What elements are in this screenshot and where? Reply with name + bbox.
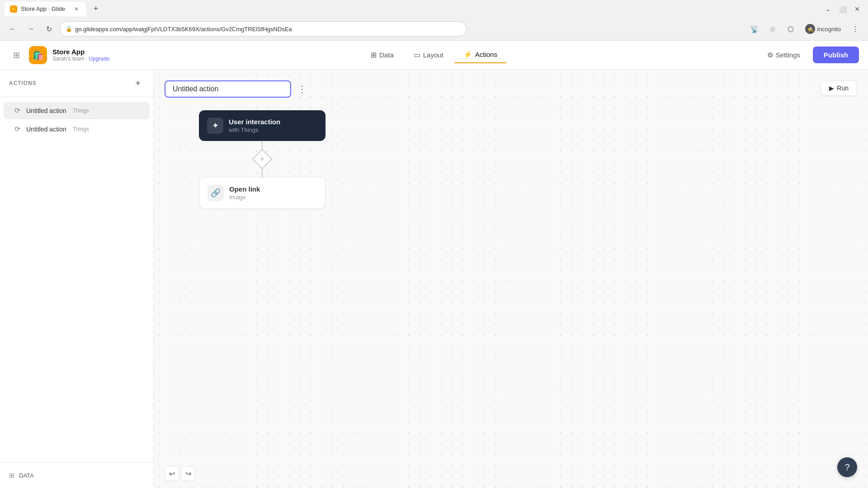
actions-icon: ⚡ [463,50,472,59]
profile-icon[interactable]: ⬡ [783,22,798,36]
app-team: Sarah's team · Upgrade [52,56,109,62]
browser-tab[interactable]: ⚡ Store App · Glide ✕ [5,2,86,16]
canvas-area[interactable]: ⋮ ▶ Run ✦ User interaction with Things [154,70,868,488]
redo-button[interactable]: ↪ [181,466,195,481]
sidebar: ACTIONS + ⟳ Untitled action Things ⟳ Unt… [0,70,154,488]
user-interaction-node[interactable]: ✦ User interaction with Things [199,110,326,141]
settings-label: Settings [776,51,800,59]
incognito-label: Incognito [817,26,841,33]
sidebar-footer: ⊞ DATA [0,462,153,488]
bookmark-icon[interactable]: ☆ [765,22,780,36]
new-tab-button[interactable]: + [90,3,102,15]
help-icon: ? [844,462,849,473]
nav-actions-label: Actions [475,51,497,58]
header-nav: ⊞ Data ▭ Layout ⚡ Actions [136,47,732,63]
browser-actions: 📡 ☆ ⬡ 🕵 Incognito ⋮ [747,22,863,36]
open-link-subtitle: Image [229,194,260,201]
flow-connector: + [255,141,269,177]
browser-chrome: ⚡ Store App · Glide ✕ + ⌄ ⬜ ✕ ← → ↻ 🔒 go… [0,0,868,41]
publish-button[interactable]: Publish [813,47,859,63]
sidebar-item-1[interactable]: ⟳ Untitled action Things [4,120,150,138]
user-interaction-content: User interaction with Things [229,118,280,133]
user-interaction-subtitle: with Things [229,127,280,133]
app-container: ⊞ 🛍️ Store App Sarah's team · Upgrade ⊞ … [0,41,868,488]
plus-icon: + [260,155,264,163]
nav-layout-label: Layout [423,51,443,59]
sidebar-item-tag-1: Things [73,126,89,132]
run-icon: ▶ [829,84,834,92]
sidebar-footer-label: DATA [19,472,34,479]
sidebar-items: ⟳ Untitled action Things ⟳ Untitled acti… [0,97,153,462]
open-link-node[interactable]: 🔗 Open link Image [199,177,326,209]
settings-icon: ⚙ [767,51,773,59]
address-bar[interactable]: 🔒 go.glideapps.com/app/walgjFpIVLDTX3b5K… [60,21,467,37]
browser-toolbar: ← → ↻ 🔒 go.glideapps.com/app/walgjFpIVLD… [0,18,868,40]
sidebar-data-link[interactable]: ⊞ DATA [9,468,144,483]
browser-titlebar: ⚡ Store App · Glide ✕ + ⌄ ⬜ ✕ [0,0,868,18]
add-action-button[interactable]: + [132,77,144,89]
sidebar-item-name-0: Untitled action [26,107,66,114]
action-icon-1: ⟳ [13,125,22,133]
action-icon-0: ⟳ [13,106,22,115]
maximize-button[interactable]: ⬜ [836,3,849,15]
sidebar-item-name-1: Untitled action [26,126,66,133]
run-label: Run [837,84,849,92]
app-header: ⊞ 🛍️ Store App Sarah's team · Upgrade ⊞ … [0,41,868,70]
open-link-icon: 🔗 [208,185,224,201]
publish-label: Publish [824,51,848,59]
sidebar-item-0[interactable]: ⟳ Untitled action Things [4,102,150,119]
lock-icon: 🔒 [66,26,72,32]
open-link-content: Open link Image [229,185,260,201]
help-button[interactable]: ? [837,457,857,477]
main-content: ACTIONS + ⟳ Untitled action Things ⟳ Unt… [0,70,868,488]
nav-actions[interactable]: ⚡ Actions [454,47,506,63]
tab-title: Store App · Glide [21,5,65,12]
tab-close-button[interactable]: ✕ [72,5,80,13]
flow-container: ✦ User interaction with Things + [199,110,326,209]
settings-button[interactable]: ⚙ Settings [760,47,807,63]
close-window-button[interactable]: ✕ [851,3,863,15]
sidebar-header: ACTIONS + [0,70,153,97]
menu-icon[interactable]: ⋮ [848,22,863,36]
tab-favicon: ⚡ [10,5,17,13]
undo-button[interactable]: ↩ [165,466,179,481]
action-titlebar: ⋮ [165,80,309,98]
app-icon: 🛍️ [29,46,47,64]
data-footer-icon: ⊞ [9,472,14,479]
back-button[interactable]: ← [5,22,20,36]
action-menu-button[interactable]: ⋮ [295,82,309,96]
nav-data-label: Data [379,51,394,59]
app-logo-area: ⊞ 🛍️ Store App Sarah's team · Upgrade [9,46,136,64]
sidebar-item-tag-0: Things [73,108,89,114]
incognito-icon: 🕵 [805,24,815,34]
refresh-button[interactable]: ↻ [42,22,56,36]
sidebar-title: ACTIONS [9,80,37,86]
user-interaction-icon: ✦ [207,117,223,134]
url-text: go.glideapps.com/app/walgjFpIVLDTX3b5K69… [75,26,292,33]
app-name: Store App [52,48,109,56]
upgrade-link[interactable]: Upgrade [89,56,109,62]
user-interaction-title: User interaction [229,118,280,126]
nav-layout[interactable]: ▭ Layout [405,47,453,63]
open-link-title: Open link [229,185,260,193]
action-title-input[interactable] [165,80,291,98]
nav-data[interactable]: ⊞ Data [362,47,403,63]
run-button[interactable]: ▶ Run [821,80,857,96]
minimize-button[interactable]: ⌄ [822,3,835,15]
app-info: Store App Sarah's team · Upgrade [52,48,109,62]
window-controls: ⌄ ⬜ ✕ [822,3,863,15]
canvas-bottom-toolbar: ↩ ↪ [165,466,195,481]
grid-icon[interactable]: ⊞ [9,48,24,62]
layout-icon: ▭ [414,51,420,59]
incognito-badge[interactable]: 🕵 Incognito [802,22,844,36]
forward-button[interactable]: → [24,22,38,36]
header-right: ⚙ Settings Publish [732,47,859,63]
cast-icon[interactable]: 📡 [747,22,762,36]
data-icon: ⊞ [371,51,377,59]
add-step-button[interactable]: + [252,149,272,169]
